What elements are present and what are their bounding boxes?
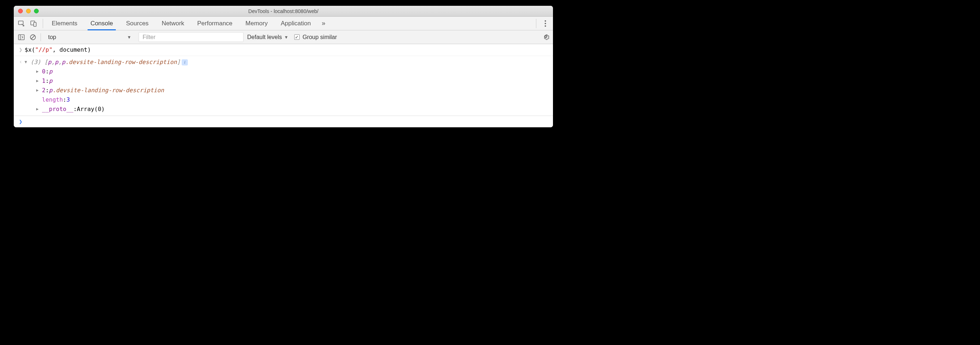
levels-label: Default levels [247, 34, 282, 40]
close-button[interactable] [18, 9, 23, 13]
context-label: top [48, 34, 56, 40]
main-toolbar: Elements Console Sources Network Perform… [14, 17, 553, 30]
array-children: ▶ 0: p ▶ 1: p ▶ 2: p.devsite-landing-row… [25, 67, 550, 114]
device-toggle-icon[interactable] [30, 19, 38, 27]
group-similar-toggle[interactable]: Group similar [294, 34, 337, 40]
tab-memory[interactable]: Memory [239, 17, 274, 30]
disclosure-triangle-icon[interactable]: ▶ [36, 76, 41, 86]
toolbar-left [18, 19, 43, 28]
log-levels-selector[interactable]: Default levels ▼ [247, 34, 288, 40]
toolbar-right [536, 19, 549, 28]
menu-icon[interactable] [541, 20, 549, 27]
context-selector[interactable]: top ▼ [45, 33, 135, 41]
inspect-icon[interactable] [18, 19, 25, 27]
console-prompt[interactable]: ❯ [14, 116, 553, 127]
svg-rect-2 [33, 22, 36, 26]
array-item-1[interactable]: ▶ 1: p [36, 76, 550, 86]
info-icon[interactable]: i [182, 59, 188, 65]
array-proto[interactable]: ▶ __proto__: Array(0) [36, 105, 550, 114]
console-toolbar: top ▼ Default levels ▼ Group similar [14, 30, 553, 44]
tab-application[interactable]: Application [274, 17, 317, 30]
prompt-caret-icon: ❯ [17, 118, 25, 125]
console-output-row[interactable]: ‹ ▼ (3) [p, p, p.devsite-landing-row-des… [14, 56, 553, 116]
svg-rect-0 [19, 21, 23, 25]
svg-line-6 [31, 35, 35, 39]
disclosure-triangle-icon[interactable]: ▼ [25, 57, 30, 67]
minimize-button[interactable] [26, 9, 31, 13]
chevron-down-icon: ▼ [127, 35, 131, 40]
input-prompt-icon: ❯ [17, 46, 25, 54]
clear-console-icon[interactable] [29, 33, 37, 41]
traffic-lights [14, 9, 39, 13]
tab-console[interactable]: Console [84, 17, 119, 30]
tab-strip: Elements Console Sources Network Perform… [45, 17, 536, 30]
disclosure-triangle-icon[interactable]: ▶ [36, 86, 41, 95]
chevron-down-icon: ▼ [284, 35, 288, 40]
disclosure-triangle-icon[interactable]: ▶ [36, 67, 41, 76]
tab-network[interactable]: Network [155, 17, 191, 30]
group-similar-checkbox[interactable] [294, 34, 300, 40]
tab-performance[interactable]: Performance [191, 17, 239, 30]
console-output: ▼ (3) [p, p, p.devsite-landing-row-descr… [25, 57, 550, 114]
disclosure-triangle-icon[interactable]: ▶ [36, 105, 41, 114]
group-similar-label: Group similar [302, 34, 337, 40]
output-prompt-icon: ‹ [17, 57, 25, 66]
maximize-button[interactable] [34, 9, 39, 13]
array-summary[interactable]: ▼ (3) [p, p, p.devsite-landing-row-descr… [25, 57, 550, 67]
titlebar: DevTools - localhost:8080/web/ [14, 6, 553, 17]
filter-input[interactable] [138, 32, 243, 42]
toggle-sidebar-icon[interactable] [18, 33, 25, 41]
console-settings-icon[interactable] [542, 33, 549, 41]
array-item-0[interactable]: ▶ 0: p [36, 67, 550, 76]
svg-rect-3 [19, 35, 24, 40]
window-title: DevTools - localhost:8080/web/ [248, 8, 318, 14]
devtools-window: DevTools - localhost:8080/web/ Elements … [14, 6, 553, 127]
array-length[interactable]: ▶ length: 3 [36, 95, 550, 105]
console-body: ❯ $x("//p", document) ‹ ▼ (3) [p, p, p.d… [14, 44, 553, 127]
svg-point-7 [545, 35, 546, 37]
tab-sources[interactable]: Sources [119, 17, 155, 30]
console-input-row[interactable]: ❯ $x("//p", document) [14, 44, 553, 56]
console-input-text: $x("//p", document) [25, 46, 550, 54]
tab-overflow-button[interactable]: » [317, 19, 330, 27]
array-item-2[interactable]: ▶ 2: p.devsite-landing-row-description [36, 86, 550, 95]
tab-elements[interactable]: Elements [45, 17, 84, 30]
